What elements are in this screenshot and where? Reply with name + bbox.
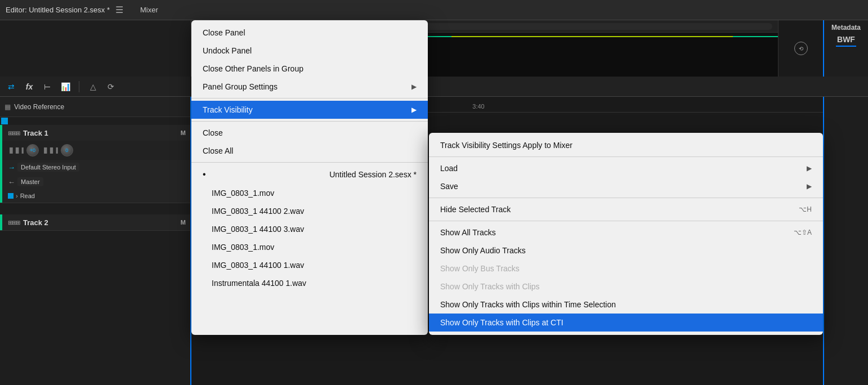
swap-icon[interactable]: ⇄ [5, 80, 18, 93]
track1-read-label: Read [20, 192, 35, 199]
primary-sep1 [191, 98, 428, 99]
menu-item-img2[interactable]: IMG_0803_1 44100 2.wav [191, 202, 428, 220]
tv-menu-show-clips-time[interactable]: Show Only Tracks with Clips within Time … [429, 296, 823, 314]
tv-menu-hide-selected[interactable]: Hide Selected Track ⌥H [429, 200, 823, 218]
editor-title: Editor: Untitled Session 2.sesx * [6, 6, 110, 14]
timeline-left-panel [0, 20, 191, 77]
track1-controls: ▐▌▐▌▐ +0 ▐▌▐▌▐ 0 [0, 141, 190, 160]
menu-item-img5[interactable]: IMG_0803_1 44100 1.wav [191, 256, 428, 274]
menu-item-img1[interactable]: IMG_0803_1.mov [191, 184, 428, 202]
tv-menu-show-audio-only[interactable]: Show Only Audio Tracks [429, 241, 823, 259]
video-ref-label: Video Reference [14, 103, 64, 111]
menu-item-close-panel[interactable]: Close Panel [191, 24, 428, 42]
tv-menu-save[interactable]: Save ▶ [429, 177, 823, 195]
fx-icon[interactable]: fx [23, 80, 36, 93]
track1-green-bar [0, 125, 2, 203]
menu-item-img3[interactable]: IMG_0803_1 44100 3.wav [191, 220, 428, 238]
menu-item-panel-group-settings[interactable]: Panel Group Settings ▶ [191, 78, 428, 96]
input-arrow-icon: → [8, 163, 15, 172]
track1-vol-knob[interactable]: +0 [26, 144, 39, 156]
track1-cyan-square [8, 193, 14, 199]
metadata-panel [823, 97, 868, 385]
dropdown-container: Close Panel Undock Panel Close Other Pan… [191, 20, 823, 335]
primary-sep3 [191, 162, 428, 163]
chart-icon[interactable]: 📊 [59, 80, 72, 93]
track-visibility-chevron-icon: ▶ [411, 106, 417, 114]
track-visibility-submenu: Track Visibility Settings Apply to Mixer… [429, 133, 823, 335]
tv-menu-show-bus-only[interactable]: Show Only Bus Tracks [429, 259, 823, 277]
top-bar: Editor: Untitled Session 2.sesx * ☰ Mixe… [0, 0, 868, 20]
track2-block: ⊞⊞⊞ Track 2 M [0, 214, 190, 231]
track1-vol-value: +0 [30, 147, 35, 153]
tv-menu-show-with-clips[interactable]: Show Only Tracks with Clips [429, 277, 823, 296]
menu-item-undock-panel[interactable]: Undock Panel [191, 42, 428, 60]
tv-menu-settings-apply[interactable]: Track Visibility Settings Apply to Mixer [429, 136, 823, 154]
track1-pan-value: 0 [65, 147, 68, 153]
menu-item-close-other-panels[interactable]: Close Other Panels in Group [191, 60, 428, 78]
warning-icon[interactable]: △ [86, 80, 100, 93]
session-bullet-icon: • [203, 169, 206, 180]
track2-name: Track 2 [23, 218, 177, 227]
track1-block: ⊞⊞⊞ Track 1 M ▐▌▐▌▐ +0 ▐▌▐▌▐ 0 [0, 125, 190, 203]
tv-save-chevron-icon: ▶ [807, 182, 812, 190]
clip-icon[interactable]: ⊢ [41, 80, 54, 93]
track1-pan-icon: ▐▌▐▌▐ [42, 147, 57, 153]
track1-name: Track 1 [23, 129, 177, 137]
track1-vol-icon: ▐▌▐▌▐ [8, 147, 23, 153]
track-panel: ▦ Video Reference ⊞⊞⊞ Track 1 M ▐▌▐▌▐ [0, 97, 191, 385]
track1-header: ⊞⊞⊞ Track 1 M [0, 125, 190, 141]
track1-output-label[interactable]: Master [17, 177, 43, 186]
blue-square-indicator [1, 118, 8, 124]
output-arrow-icon: ← [8, 178, 15, 186]
tv-menu-show-all[interactable]: Show All Tracks ⌥⇧A [429, 223, 823, 241]
tv-sep3 [429, 221, 823, 221]
metadata-title: Metadata [831, 24, 861, 32]
primary-sep2 [191, 121, 428, 122]
track1-input-label[interactable]: Default Stereo Input [17, 163, 79, 172]
video-ref-icon: ▦ [5, 103, 11, 111]
tv-sep2 [429, 198, 823, 198]
menu-item-close-all[interactable]: Close All [191, 142, 428, 160]
track1-waveform-icon: ⊞⊞⊞ [8, 130, 20, 136]
track2-m-badge: M [181, 219, 186, 226]
sync-icon[interactable]: ⟳ [104, 80, 118, 93]
menu-item-img4[interactable]: IMG_0803_1.mov [191, 238, 428, 256]
track1-output-row: ← Master [0, 174, 190, 189]
primary-dropdown-menu: Close Panel Undock Panel Close Other Pan… [191, 20, 428, 335]
blue-indicator-row [0, 117, 190, 125]
tv-show-all-shortcut: ⌥⇧A [794, 229, 812, 236]
menu-item-track-visibility[interactable]: Track Visibility ▶ [191, 101, 428, 119]
menu-item-instrumentala[interactable]: Instrumentala 44100 1.wav [191, 274, 428, 292]
metadata-panel-header: Metadata BWF [823, 20, 868, 77]
toolbar-sep1 [79, 81, 79, 92]
track1-input-row: → Default Stereo Input [0, 160, 190, 174]
tv-sep1 [429, 156, 823, 157]
track2-green-bar [0, 214, 2, 230]
track1-pan-knob[interactable]: 0 [61, 144, 73, 156]
bwf-label[interactable]: BWF [836, 35, 856, 47]
tv-hide-shortcut: ⌥H [799, 205, 812, 213]
panel-group-chevron-icon: ▶ [411, 83, 417, 91]
tv-load-chevron-icon: ▶ [807, 164, 812, 172]
track2-waveform-icon: ⊞⊞⊞ [8, 220, 20, 226]
menu-item-untitled-session[interactable]: • Untitled Session 2.sesx * [191, 165, 428, 184]
track2-header: ⊞⊞⊞ Track 2 M [0, 214, 190, 230]
video-reference-row: ▦ Video Reference [0, 97, 190, 117]
tv-menu-show-clips-cti[interactable]: Show Only Tracks with Clips at CTI [429, 314, 823, 332]
track1-read-row: › Read [0, 189, 190, 203]
expand-btn[interactable]: › [16, 192, 18, 199]
editor-container: Editor: Untitled Session 2.sesx * ☰ Mixe… [0, 0, 868, 385]
track1-m-badge: M [181, 129, 186, 136]
mixer-tab[interactable]: Mixer [140, 6, 158, 14]
menu-item-close[interactable]: Close [191, 124, 428, 142]
hamburger-menu-icon[interactable]: ☰ [115, 5, 123, 15]
tv-menu-load[interactable]: Load ▶ [429, 159, 823, 177]
